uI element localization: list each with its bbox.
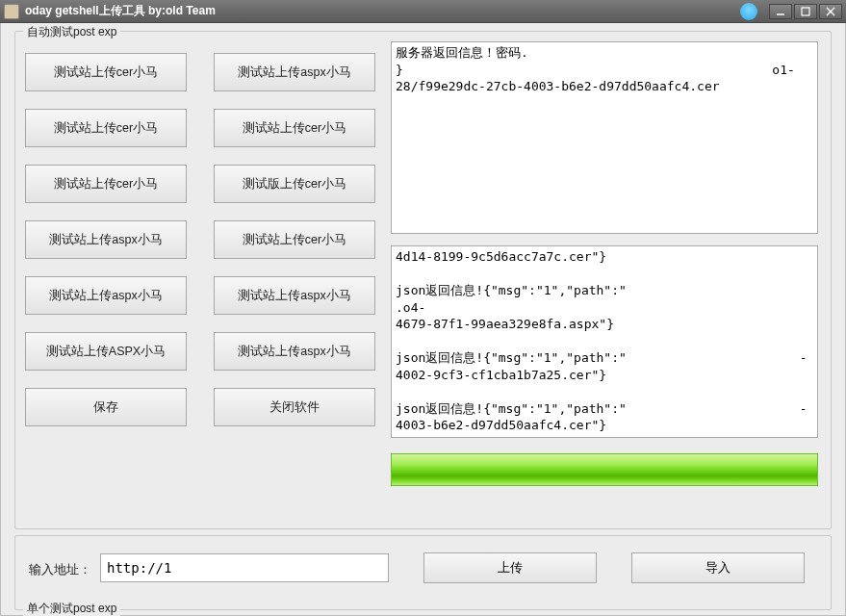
save-button[interactable]: 保存 xyxy=(25,388,187,426)
group-single-test-legend: 单个测试post exp xyxy=(23,601,120,616)
window-title: oday getshell上传工具 by:old Team xyxy=(25,3,740,19)
upload-cer-button[interactable]: 测试站上传cer小马 xyxy=(214,220,375,259)
btn-label: 测试站上传cer小马 xyxy=(54,120,158,137)
group-auto-test-legend: 自动测试post exp xyxy=(23,24,120,40)
upload-aspx-button[interactable]: 测试站上传aspx小马 xyxy=(25,276,187,315)
server-response-output[interactable]: 服务器返回信息！密码. } o1- 28/f99e29dc-27cb-4003-… xyxy=(391,41,818,234)
upload-aspx-button[interactable]: 测试站上传aspx小马 xyxy=(25,220,187,259)
btn-label: 保存 xyxy=(93,399,118,416)
btn-label: 测试站上传cer小马 xyxy=(243,232,346,248)
upload-cer-button[interactable]: 测试版上传cer小马 xyxy=(214,165,375,203)
progress-bar xyxy=(391,453,818,486)
upload-aspx-button[interactable]: 测试站上传aspx小马 xyxy=(214,332,375,371)
import-button[interactable]: 导入 xyxy=(631,552,805,583)
group-single-test: 单个测试post exp 输入地址： 上传 导入 xyxy=(14,535,832,610)
titlebar: oday getshell上传工具 by:old Team xyxy=(0,0,846,23)
upload-cer-button[interactable]: 测试站上传cer小马 xyxy=(25,53,187,91)
btn-label: 测试站上传aspx小马 xyxy=(238,344,350,360)
btn-label: 测试站上传aspx小马 xyxy=(238,64,350,81)
btn-label: 测试站上传aspx小马 xyxy=(49,232,162,248)
btn-label: 关闭软件 xyxy=(269,399,320,416)
group-auto-test: 自动测试post exp 测试站上传cer小马 测试站上传aspx小马 测试站上… xyxy=(14,31,832,529)
upload-cer-button[interactable]: 测试站上传cer小马 xyxy=(214,109,375,147)
upload-button[interactable]: 上传 xyxy=(423,552,597,583)
btn-label: 测试站上传aspx小马 xyxy=(238,288,350,304)
btn-label: 测试站上传aspx小马 xyxy=(49,288,162,304)
btn-label: 测试站上传cer小马 xyxy=(243,120,346,137)
close-software-button[interactable]: 关闭软件 xyxy=(214,388,375,426)
btn-label: 测试站上传cer小马 xyxy=(54,64,158,81)
btn-label: 测试站上传cer小马 xyxy=(54,176,158,192)
minimize-button[interactable] xyxy=(769,4,792,19)
upload-cer-button[interactable]: 测试站上传cer小马 xyxy=(25,165,187,203)
url-label: 输入地址： xyxy=(29,561,91,578)
tshirt-icon[interactable] xyxy=(740,3,757,20)
upload-cer-button[interactable]: 测试站上传cer小马 xyxy=(25,109,187,147)
close-button[interactable] xyxy=(819,4,842,19)
btn-label: 导入 xyxy=(705,559,731,577)
json-response-output[interactable]: 4d14-8199-9c5d6acc7a7c.cer"} json返回信息!{"… xyxy=(391,245,818,438)
button-grid: 测试站上传cer小马 测试站上传aspx小马 测试站上传cer小马 测试站上传c… xyxy=(25,53,376,444)
upload-aspx-button[interactable]: 测试站上传aspx小马 xyxy=(214,53,375,91)
window-controls xyxy=(769,4,842,19)
app-icon xyxy=(4,4,19,19)
client-area: 自动测试post exp 测试站上传cer小马 测试站上传aspx小马 测试站上… xyxy=(0,23,846,616)
svg-rect-1 xyxy=(802,8,809,15)
btn-label: 测试站上传ASPX小马 xyxy=(46,344,166,360)
upload-aspx-button[interactable]: 测试站上传aspx小马 xyxy=(214,276,375,315)
upload-aspx-button[interactable]: 测试站上传ASPX小马 xyxy=(25,332,187,371)
url-input[interactable] xyxy=(100,553,389,582)
btn-label: 上传 xyxy=(498,559,523,577)
maximize-button[interactable] xyxy=(794,4,817,19)
btn-label: 测试版上传cer小马 xyxy=(243,176,346,192)
